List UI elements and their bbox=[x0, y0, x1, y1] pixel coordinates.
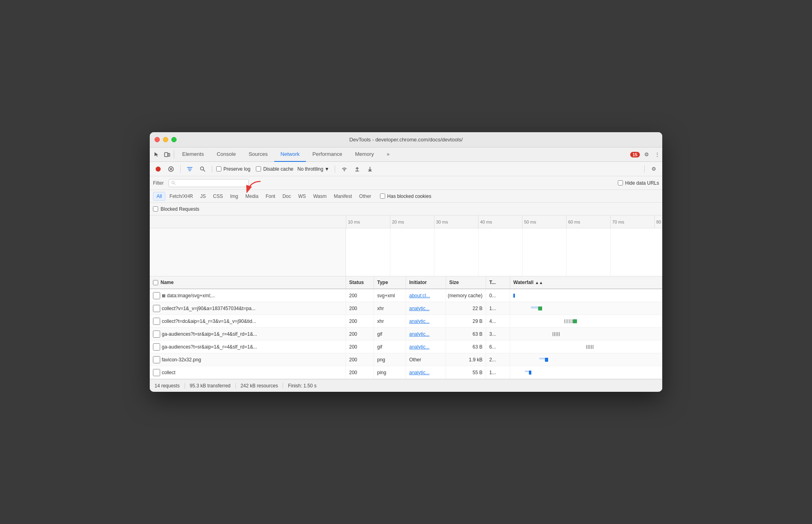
tab-memory[interactable]: Memory bbox=[349, 147, 380, 162]
td-status-0: 200 bbox=[346, 289, 374, 302]
record-icon bbox=[155, 166, 161, 172]
filter-btn-other[interactable]: Other bbox=[356, 192, 374, 201]
status-finish: Finish: 1.50 s bbox=[283, 383, 321, 389]
tab-console[interactable]: Console bbox=[210, 147, 242, 162]
filter-btn-manifest[interactable]: Manifest bbox=[331, 192, 355, 201]
td-time-4: 6... bbox=[486, 341, 510, 353]
close-button[interactable] bbox=[155, 137, 160, 142]
table-row[interactable]: collect?v=1&_v=j90&a=1837457034&t=pa... … bbox=[150, 302, 662, 315]
table-row[interactable]: collect?t=dc&aip=1&_r=3&v=1&_v=j90&tid..… bbox=[150, 315, 662, 328]
status-bar: 14 requests 95.3 kB transferred 242 kB r… bbox=[150, 379, 662, 392]
devtools-window: DevTools - developer.chrome.com/docs/dev… bbox=[150, 132, 662, 392]
search-btn[interactable] bbox=[197, 164, 208, 174]
devtools-more-btn[interactable]: ⋮ bbox=[652, 149, 662, 160]
row-checkbox-1[interactable] bbox=[153, 305, 160, 312]
has-blocked-cookies-checkbox[interactable] bbox=[380, 193, 385, 199]
waterfall-bar-5 bbox=[545, 358, 548, 362]
td-waterfall-0 bbox=[510, 289, 662, 302]
preserve-log-label[interactable]: Preserve log bbox=[216, 166, 250, 172]
filter-input[interactable] bbox=[177, 180, 246, 186]
td-type-5: png bbox=[374, 353, 406, 366]
disable-cache-checkbox[interactable] bbox=[256, 166, 261, 171]
filter-btn-wasm[interactable]: Wasm bbox=[310, 192, 330, 201]
row-checkbox-0[interactable] bbox=[153, 292, 160, 299]
inspector-icon-btn[interactable] bbox=[151, 149, 162, 160]
tab-network[interactable]: Network bbox=[274, 147, 306, 162]
table-row[interactable]: ga-audiences?t=sr&aip=1&_r=4&slf_rd=1&..… bbox=[150, 341, 662, 353]
filter-btn-font[interactable]: Font bbox=[262, 192, 278, 201]
upload-btn[interactable] bbox=[352, 164, 362, 174]
table-row[interactable]: ▦ data:image/svg+xml;... 200 svg+xml abo… bbox=[150, 289, 662, 302]
hide-data-urls-label[interactable]: Hide data URLs bbox=[618, 180, 659, 186]
wifi-icon-btn[interactable] bbox=[339, 164, 350, 174]
td-waterfall-4 bbox=[510, 341, 662, 353]
search-icon bbox=[200, 166, 205, 172]
td-status-4: 200 bbox=[346, 341, 374, 353]
tick-10ms: 10 ms bbox=[346, 216, 390, 228]
disable-cache-label[interactable]: Disable cache bbox=[256, 166, 293, 172]
device-toolbar-btn[interactable] bbox=[162, 149, 172, 160]
filter-btn-all[interactable]: All bbox=[153, 192, 165, 201]
grid-3 bbox=[478, 228, 478, 276]
filter-btn-doc[interactable]: Doc bbox=[279, 192, 294, 201]
network-settings-btn[interactable]: ⚙ bbox=[649, 164, 659, 174]
grid-4 bbox=[522, 228, 523, 276]
th-initiator[interactable]: Initiator bbox=[406, 276, 446, 288]
row-checkbox-6[interactable] bbox=[153, 369, 160, 376]
filter-btn-img[interactable]: Img bbox=[227, 192, 241, 201]
td-name-2: collect?t=dc&aip=1&_r=3&v=1&_v=j90&tid..… bbox=[150, 315, 346, 327]
tab-more[interactable]: » bbox=[380, 147, 396, 162]
tab-performance[interactable]: Performance bbox=[306, 147, 348, 162]
th-status[interactable]: Status bbox=[346, 276, 374, 288]
filter-btn[interactable] bbox=[185, 164, 195, 174]
tab-sources[interactable]: Sources bbox=[242, 147, 274, 162]
tick-40ms: 40 ms bbox=[478, 216, 522, 228]
hide-data-urls-checkbox[interactable] bbox=[618, 180, 623, 185]
minimize-button[interactable] bbox=[163, 137, 168, 142]
td-status-1: 200 bbox=[346, 302, 374, 314]
row-checkbox-5[interactable] bbox=[153, 356, 160, 363]
th-name[interactable]: Name bbox=[150, 276, 346, 288]
filter-btn-js[interactable]: JS bbox=[197, 192, 209, 201]
row-checkbox-4[interactable] bbox=[153, 343, 160, 351]
table-row[interactable]: ga-audiences?t=sr&aip=1&_r=4&slf_rd=1&..… bbox=[150, 328, 662, 341]
waterfall-container-2 bbox=[513, 319, 659, 323]
wf-waiting-1 bbox=[531, 306, 538, 308]
table-row[interactable]: favicon-32x32.png 200 png Other 1.9 kB 2… bbox=[150, 353, 662, 366]
td-initiator-5: Other bbox=[406, 353, 446, 366]
td-status-5: 200 bbox=[346, 353, 374, 366]
record-btn[interactable] bbox=[153, 164, 163, 174]
download-btn[interactable] bbox=[365, 164, 375, 174]
filter-btn-fetch-xhr[interactable]: Fetch/XHR bbox=[166, 192, 196, 201]
td-time-3: 3... bbox=[486, 328, 510, 340]
preserve-log-checkbox[interactable] bbox=[216, 166, 221, 171]
th-size[interactable]: Size bbox=[446, 276, 486, 288]
filter-btn-css[interactable]: CSS bbox=[210, 192, 226, 201]
devtools-settings-btn[interactable]: ⚙ bbox=[641, 149, 652, 160]
maximize-button[interactable] bbox=[171, 137, 177, 142]
waterfall-container-4 bbox=[513, 345, 659, 349]
throttle-arrow: ▼ bbox=[324, 166, 329, 172]
svg-rect-1 bbox=[168, 153, 170, 156]
waterfall-bar-0 bbox=[513, 294, 515, 298]
select-all-checkbox[interactable] bbox=[153, 280, 158, 285]
td-name-1: collect?v=1&_v=j90&a=1837457034&t=pa... bbox=[150, 302, 346, 314]
th-waterfall[interactable]: Waterfall ▲ bbox=[510, 276, 662, 288]
table-row[interactable]: collect 200 ping analytic... 55 B 1... bbox=[150, 366, 662, 379]
th-time[interactable]: T... bbox=[486, 276, 510, 288]
clear-btn[interactable] bbox=[166, 164, 176, 174]
tab-elements[interactable]: Elements bbox=[176, 147, 210, 162]
blocked-requests-checkbox[interactable] bbox=[153, 206, 158, 212]
td-waterfall-6 bbox=[510, 366, 662, 379]
wf-wait-5 bbox=[539, 358, 545, 359]
filter-btn-ws[interactable]: WS bbox=[295, 192, 309, 201]
arrow-indicator bbox=[244, 179, 264, 195]
row-checkbox-3[interactable] bbox=[153, 331, 160, 338]
row-checkbox-2[interactable] bbox=[153, 318, 160, 325]
td-initiator-3: analytic... bbox=[406, 328, 446, 340]
grid-5 bbox=[566, 228, 567, 276]
svg-point-6 bbox=[201, 167, 204, 170]
th-type[interactable]: Type bbox=[374, 276, 406, 288]
throttle-select[interactable]: No throttling ▼ bbox=[296, 165, 331, 173]
td-name-0: ▦ data:image/svg+xml;... bbox=[150, 289, 346, 302]
